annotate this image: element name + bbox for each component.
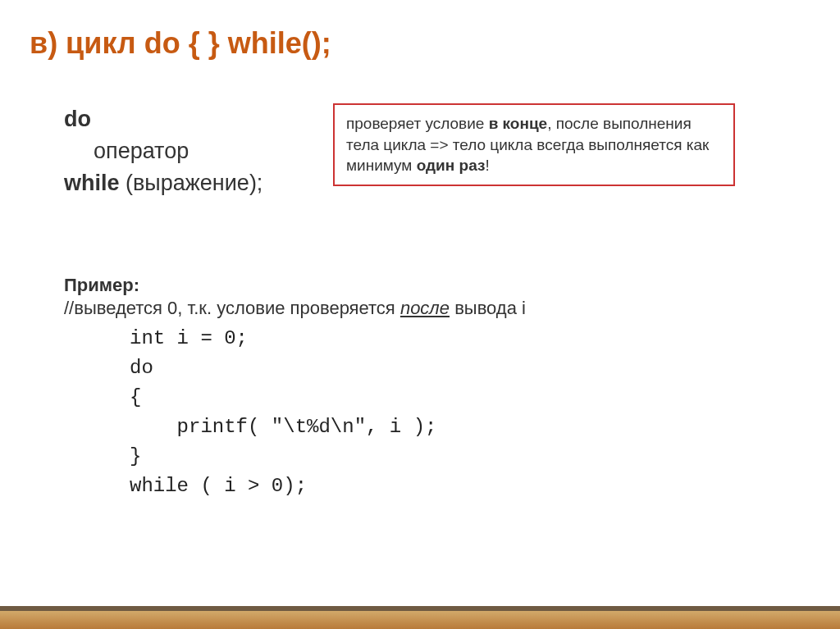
content-row: do оператор while (выражение); проверяет… <box>64 103 810 199</box>
code-block: int i = 0; do { printf( "\t%d\n", i ); }… <box>130 324 810 501</box>
note-b2: один раз <box>417 157 486 174</box>
note-p3: ! <box>485 157 489 174</box>
note-b1: в конце <box>489 115 548 132</box>
slide: в) цикл do { } while(); do оператор whil… <box>0 0 840 629</box>
example-label: Пример: <box>64 275 810 296</box>
syntax-block: do оператор while (выражение); <box>64 103 310 199</box>
slide-title: в) цикл do { } while(); <box>30 26 810 61</box>
desc-underline: после <box>400 298 450 318</box>
kw-do: do <box>64 107 91 131</box>
code-l6: while ( i > 0); <box>130 475 307 497</box>
code-l4: printf( "\t%d\n", i ); <box>130 416 436 438</box>
code-l2: do <box>130 357 153 379</box>
desc-pre: //выведется 0, т.к. условие проверяется <box>64 298 400 318</box>
note-p1: проверяет условие <box>346 115 489 132</box>
note-box: проверяет условие в конце, после выполне… <box>333 103 735 186</box>
example-desc: //выведется 0, т.к. условие проверяется … <box>64 298 810 319</box>
kw-while: while <box>64 171 120 195</box>
example-block: Пример: //выведется 0, т.к. условие пров… <box>64 275 810 501</box>
code-l1: int i = 0; <box>130 327 248 349</box>
operator-line: оператор <box>64 135 310 167</box>
code-l5: } <box>130 445 141 467</box>
footer-bar <box>0 606 840 629</box>
while-expr: (выражение); <box>120 171 263 195</box>
code-l3: { <box>130 386 141 408</box>
desc-post: вывода i <box>450 298 526 318</box>
